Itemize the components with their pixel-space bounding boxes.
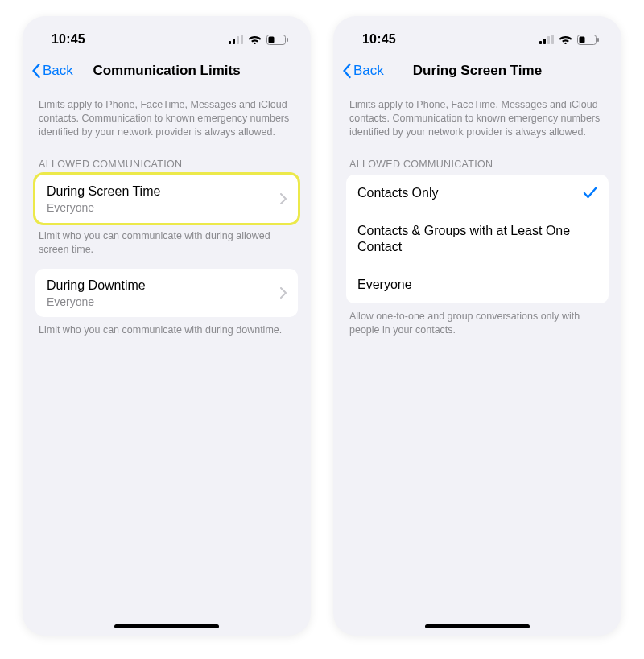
svg-rect-1 (233, 39, 235, 44)
section-header: ALLOWED COMMUNICATION (35, 139, 298, 175)
cellular-icon (539, 35, 554, 44)
nav-bar: Back Communication Limits (23, 55, 311, 90)
option-label: Everyone (357, 277, 597, 293)
back-label: Back (43, 63, 73, 79)
options-group: Contacts Only Contacts & Groups with at … (346, 175, 609, 303)
back-button[interactable]: Back (31, 63, 73, 79)
svg-point-4 (254, 43, 255, 44)
svg-rect-15 (597, 38, 599, 42)
wifi-icon (248, 35, 262, 44)
row-during-downtime-group: During Downtime Everyone (35, 269, 298, 317)
svg-rect-0 (229, 41, 231, 44)
back-label: Back (353, 63, 384, 79)
status-time: 10:45 (362, 32, 396, 47)
intro-text: Limits apply to Phone, FaceTime, Message… (35, 90, 298, 139)
svg-rect-6 (269, 36, 275, 43)
option-label: Contacts & Groups with at Least One Cont… (357, 223, 597, 255)
chevron-right-icon (280, 287, 287, 299)
cellular-icon (229, 35, 243, 44)
footer-text: Limit who you can communicate with durin… (35, 223, 298, 257)
wifi-icon (559, 35, 572, 44)
row-during-screen-time[interactable]: During Screen Time Everyone (35, 175, 298, 223)
svg-rect-3 (241, 35, 243, 44)
row-during-downtime[interactable]: During Downtime Everyone (35, 269, 298, 317)
back-button[interactable]: Back (341, 63, 384, 79)
row-text: During Screen Time Everyone (47, 183, 280, 214)
battery-icon (577, 35, 599, 45)
svg-point-12 (564, 43, 566, 44)
chevron-right-icon (280, 193, 287, 204)
row-subtitle: Everyone (47, 201, 280, 214)
row-text: During Downtime Everyone (47, 278, 280, 308)
checkmark-icon (583, 187, 597, 200)
chevron-left-icon (31, 63, 41, 79)
option-everyone[interactable]: Everyone (346, 266, 609, 303)
content: Limits apply to Phone, FaceTime, Message… (23, 90, 311, 636)
svg-rect-10 (547, 36, 550, 44)
status-icons (539, 35, 599, 45)
option-contacts-only[interactable]: Contacts Only (346, 175, 609, 212)
phone-right: 10:45 Back During Screen Time Limits app… (333, 16, 621, 636)
home-indicator[interactable] (114, 624, 219, 628)
option-contacts-groups[interactable]: Contacts & Groups with at Least One Cont… (346, 212, 609, 266)
status-bar: 10:45 (333, 16, 621, 55)
chevron-left-icon (341, 63, 352, 79)
svg-rect-14 (580, 36, 585, 43)
content: Limits apply to Phone, FaceTime, Message… (333, 90, 621, 636)
battery-icon (266, 35, 288, 45)
svg-rect-9 (543, 39, 546, 44)
row-subtitle: Everyone (47, 295, 280, 308)
option-label: Contacts Only (357, 185, 583, 201)
row-title: During Screen Time (47, 183, 280, 200)
svg-rect-7 (287, 38, 288, 42)
svg-rect-8 (539, 41, 542, 44)
status-time: 10:45 (52, 32, 85, 47)
row-title: During Downtime (47, 278, 280, 294)
footer-text: Allow one-to-one and group conversations… (346, 303, 609, 337)
home-indicator[interactable] (425, 624, 530, 628)
phone-left: 10:45 Back Communication Limits Limits a… (23, 16, 311, 636)
row-during-screen-time-group: During Screen Time Everyone (35, 175, 298, 223)
status-icons (229, 35, 288, 45)
status-bar: 10:45 (23, 16, 311, 55)
intro-text: Limits apply to Phone, FaceTime, Message… (346, 90, 609, 139)
nav-bar: Back During Screen Time (333, 55, 621, 90)
footer-text: Limit who you can communicate with durin… (35, 317, 298, 337)
svg-rect-2 (237, 36, 239, 44)
svg-rect-11 (551, 35, 554, 44)
section-header: ALLOWED COMMUNICATION (346, 139, 609, 175)
